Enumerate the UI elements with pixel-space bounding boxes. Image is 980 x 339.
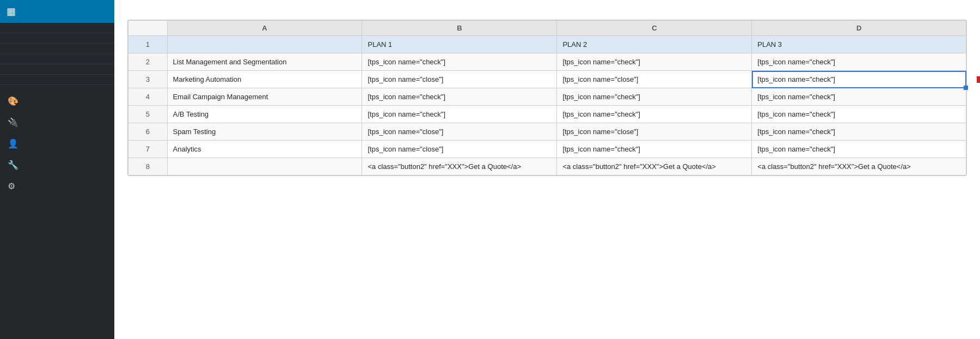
arrow-annotation xyxy=(977,71,980,88)
row-number-cell: 4 xyxy=(128,88,168,106)
table-cell[interactable]: [tps_icon name="check"] xyxy=(752,88,966,106)
table-cell xyxy=(167,36,362,53)
sidebar: ▦ 🎨 🔌 👤 xyxy=(0,0,114,339)
tools-icon: 🔧 xyxy=(8,160,19,170)
table-cell[interactable]: [tps_icon name="check"] xyxy=(362,88,557,106)
sidebar-item-settings[interactable]: ⚙ xyxy=(0,175,114,197)
table-cell[interactable]: [tps_icon name="check"] xyxy=(557,141,752,158)
plugins-icon: 🔌 xyxy=(8,117,19,128)
sidebar-item-users[interactable]: 👤 xyxy=(0,133,114,154)
table-cell[interactable]: [tps_icon name="check"] xyxy=(557,88,752,106)
table-cell: Analytics xyxy=(167,141,362,158)
row-number-cell: 7 xyxy=(128,141,168,158)
table-cell[interactable]: [tps_icon name="check"] xyxy=(557,106,752,123)
table-cell[interactable]: [tps_icon name="check"] xyxy=(362,53,557,71)
table-cell[interactable]: [tps_icon name="check"] xyxy=(752,141,966,158)
sidebar-item-all-tables[interactable] xyxy=(0,23,114,33)
table-cell[interactable]: [tps_icon name="close"] xyxy=(362,141,557,158)
table-cell[interactable]: [tps_icon name="check"] xyxy=(752,123,966,141)
sidebar-item-add-new-table[interactable] xyxy=(0,33,114,44)
sidebar-item-import-table[interactable] xyxy=(0,44,114,54)
table-cell[interactable]: [tps_icon name="check"] xyxy=(752,53,966,71)
table-cell[interactable]: [tps_icon name="check"] xyxy=(752,71,966,88)
table-cell[interactable]: PLAN 3 xyxy=(752,36,966,53)
table-cell[interactable]: [tps_icon name="check"] xyxy=(557,53,752,71)
table-cell[interactable]: [tps_icon name="check"] xyxy=(752,106,966,123)
table-cell[interactable]: <a class="button2" href="XXX">Get a Quot… xyxy=(362,158,557,175)
table-container: A B C D 1PLAN 1PLAN 2PLAN 32List Managem… xyxy=(127,20,967,176)
row-number-cell: 1 xyxy=(128,36,168,53)
col-header-empty xyxy=(128,21,168,36)
sidebar-header[interactable]: ▦ xyxy=(0,0,114,23)
column-header-row: A B C D xyxy=(128,21,966,36)
table-row: 2List Management and Segmentation[tps_ic… xyxy=(128,53,966,71)
settings-icon: ⚙ xyxy=(8,181,15,191)
table-cell: Marketing Automation xyxy=(167,71,362,88)
row-number-cell: 3 xyxy=(128,71,168,88)
tablepress-icon: ▦ xyxy=(7,5,16,17)
sidebar-item-plugin-options[interactable] xyxy=(0,64,114,75)
table-cell[interactable]: [tps_icon name="check"] xyxy=(362,106,557,123)
table-cell[interactable]: [tps_icon name="close"] xyxy=(557,123,752,141)
sidebar-item-about[interactable] xyxy=(0,75,114,85)
row-number-cell: 8 xyxy=(128,158,168,175)
table-cell: A/B Testing xyxy=(167,106,362,123)
table-row: 6Spam Testing[tps_icon name="close"][tps… xyxy=(128,123,966,141)
table-row: 4Email Campaign Management[tps_icon name… xyxy=(128,88,966,106)
appearance-icon: 🎨 xyxy=(8,96,19,106)
table-row: 1PLAN 1PLAN 2PLAN 3 xyxy=(128,36,966,53)
sidebar-item-plugins[interactable]: 🔌 xyxy=(0,112,114,133)
row-number-cell: 6 xyxy=(128,123,168,141)
table-cell[interactable]: [tps_icon name="close"] xyxy=(362,71,557,88)
table-cell[interactable]: [tps_icon name="close"] xyxy=(362,123,557,141)
col-header-b: B xyxy=(362,21,557,36)
table-cell: Email Campaign Management xyxy=(167,88,362,106)
table-cell[interactable]: PLAN 2 xyxy=(557,36,752,53)
table-cell xyxy=(167,158,362,175)
table-cell[interactable]: PLAN 1 xyxy=(362,36,557,53)
table-row: 5A/B Testing[tps_icon name="check"][tps_… xyxy=(128,106,966,123)
svg-marker-0 xyxy=(977,71,980,88)
table-cell[interactable]: <a class="button2" href="XXX">Get a Quot… xyxy=(557,158,752,175)
table-cell: List Management and Segmentation xyxy=(167,53,362,71)
table-cell[interactable]: <a class="button2" href="XXX">Get a Quot… xyxy=(752,158,966,175)
sidebar-item-appearance[interactable]: 🎨 xyxy=(0,90,114,112)
col-header-a: A xyxy=(167,21,362,36)
sidebar-item-export-table[interactable] xyxy=(0,54,114,64)
sidebar-main-menu xyxy=(0,23,114,85)
table-row: 7Analytics[tps_icon name="close"][tps_ic… xyxy=(128,141,966,158)
table-press: A B C D 1PLAN 1PLAN 2PLAN 32List Managem… xyxy=(128,20,966,175)
row-number-cell: 2 xyxy=(128,53,168,71)
table-cell: Spam Testing xyxy=(167,123,362,141)
table-body: 1PLAN 1PLAN 2PLAN 32List Management and … xyxy=(128,36,966,175)
main-content: A B C D 1PLAN 1PLAN 2PLAN 32List Managem… xyxy=(114,0,980,339)
sidebar-item-tools[interactable]: 🔧 xyxy=(0,154,114,175)
col-header-d: D xyxy=(752,21,966,36)
table-cell[interactable]: [tps_icon name="close"] xyxy=(557,71,752,88)
resize-handle[interactable] xyxy=(964,86,968,90)
table-row: 8<a class="button2" href="XXX">Get a Quo… xyxy=(128,158,966,175)
table-row: 3Marketing Automation[tps_icon name="clo… xyxy=(128,71,966,88)
users-icon: 👤 xyxy=(8,138,19,149)
row-number-cell: 5 xyxy=(128,106,168,123)
col-header-c: C xyxy=(557,21,752,36)
